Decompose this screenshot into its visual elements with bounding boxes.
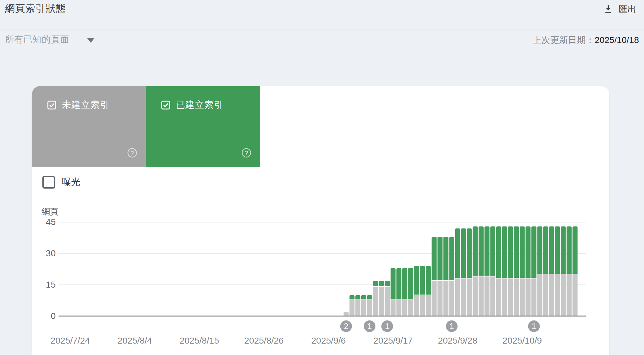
bar-indexed-2025/9/22[interactable]	[420, 266, 425, 295]
bar-indexed-2025/10/3[interactable]	[485, 227, 490, 276]
bar-indexed-2025/9/11[interactable]	[355, 295, 360, 299]
bar-not-indexed-2025/9/11[interactable]	[355, 299, 360, 316]
bar-not-indexed-2025/10/9[interactable]	[520, 278, 525, 316]
bar-not-indexed-2025/10/4[interactable]	[490, 277, 495, 316]
bar-not-indexed-2025/9/13[interactable]	[367, 299, 372, 316]
annotation-badge-count: 1	[367, 322, 372, 331]
bar-indexed-2025/10/8[interactable]	[514, 227, 519, 278]
bar-not-indexed-2025/9/25[interactable]	[437, 281, 443, 316]
bar-not-indexed-2025/10/1[interactable]	[473, 277, 478, 316]
bar-indexed-2025/9/17[interactable]	[391, 268, 396, 299]
bar-indexed-2025/10/9[interactable]	[520, 227, 525, 278]
page-title: 網頁索引狀態	[5, 2, 66, 15]
bar-indexed-2025/10/5[interactable]	[496, 227, 501, 278]
bar-not-indexed-2025/9/21[interactable]	[414, 295, 419, 316]
bar-not-indexed-2025/10/15[interactable]	[555, 274, 560, 316]
bar-indexed-2025/9/12[interactable]	[361, 295, 366, 299]
bar-indexed-2025/9/29[interactable]	[461, 228, 466, 278]
bar-not-indexed-2025/10/5[interactable]	[496, 278, 501, 316]
help-icon[interactable]: ?	[241, 147, 252, 159]
bar-indexed-2025/9/20[interactable]	[408, 268, 413, 299]
last-updated: 上次更新日期：2025/10/18	[533, 34, 639, 46]
bar-not-indexed-2025/9/23[interactable]	[426, 295, 431, 316]
bar-indexed-2025/9/19[interactable]	[402, 268, 407, 299]
bar-indexed-2025/10/1[interactable]	[473, 227, 478, 276]
bar-indexed-2025/9/30[interactable]	[467, 228, 472, 278]
bar-not-indexed-2025/10/14[interactable]	[549, 274, 554, 316]
bar-not-indexed-2025/9/27[interactable]	[449, 281, 454, 316]
impressions-checkbox[interactable]	[42, 176, 55, 189]
bar-not-indexed-2025/9/17[interactable]	[391, 299, 396, 316]
bar-indexed-2025/9/28[interactable]	[455, 228, 460, 278]
bar-indexed-2025/10/12[interactable]	[537, 227, 542, 274]
bar-indexed-2025/10/14[interactable]	[549, 227, 554, 274]
bar-not-indexed-2025/9/29[interactable]	[461, 278, 466, 316]
bar-not-indexed-2025/9/15[interactable]	[379, 287, 384, 316]
bar-indexed-2025/10/6[interactable]	[502, 227, 507, 278]
bar-indexed-2025/9/15[interactable]	[379, 281, 384, 286]
bar-not-indexed-2025/9/9[interactable]	[344, 312, 349, 316]
bar-not-indexed-2025/9/28[interactable]	[455, 278, 460, 316]
bar-indexed-2025/10/7[interactable]	[508, 227, 513, 278]
bar-not-indexed-2025/9/22[interactable]	[420, 295, 425, 316]
bar-indexed-2025/9/13[interactable]	[367, 295, 372, 299]
bar-not-indexed-2025/9/14[interactable]	[373, 287, 378, 316]
annotation-badge-count: 1	[532, 322, 536, 331]
bar-not-indexed-2025/9/26[interactable]	[443, 281, 449, 316]
bar-not-indexed-2025/9/16[interactable]	[385, 287, 390, 316]
bar-not-indexed-2025/9/10[interactable]	[350, 299, 355, 316]
bar-indexed-2025/9/21[interactable]	[414, 266, 419, 295]
bar-indexed-2025/10/10[interactable]	[526, 227, 531, 278]
bar-indexed-2025/10/2[interactable]	[479, 227, 484, 276]
last-updated-date: 2025/10/18	[595, 35, 639, 45]
bar-not-indexed-2025/10/13[interactable]	[543, 274, 548, 316]
header-divider	[0, 29, 644, 29]
bar-indexed-2025/10/11[interactable]	[531, 227, 536, 278]
page-filter-dropdown[interactable]: 所有已知的頁面	[5, 34, 95, 46]
bar-indexed-2025/9/14[interactable]	[373, 281, 378, 286]
bar-indexed-2025/9/26[interactable]	[443, 237, 449, 280]
bar-not-indexed-2025/9/18[interactable]	[396, 299, 401, 316]
bar-not-indexed-2025/10/6[interactable]	[502, 278, 507, 316]
bar-not-indexed-2025/9/24[interactable]	[432, 281, 437, 316]
export-button[interactable]: 匯出	[602, 1, 637, 17]
bar-not-indexed-2025/10/2[interactable]	[479, 277, 484, 316]
card-indexed[interactable]: 已建立索引 23 ?	[146, 86, 260, 167]
export-label: 匯出	[619, 3, 636, 15]
bar-not-indexed-2025/9/12[interactable]	[361, 299, 366, 316]
svg-text:?: ?	[245, 150, 248, 156]
bar-not-indexed-2025/10/3[interactable]	[485, 277, 490, 316]
bar-not-indexed-2025/10/7[interactable]	[508, 278, 513, 316]
bar-indexed-2025/10/4[interactable]	[490, 227, 495, 276]
bar-indexed-2025/9/24[interactable]	[432, 237, 437, 280]
bar-not-indexed-2025/10/12[interactable]	[537, 274, 542, 316]
last-updated-label: 上次更新日期：	[533, 35, 595, 45]
bar-indexed-2025/9/10[interactable]	[350, 295, 355, 299]
bar-not-indexed-2025/10/10[interactable]	[526, 278, 531, 316]
chevron-down-icon	[87, 38, 95, 43]
bar-indexed-2025/9/27[interactable]	[449, 237, 454, 280]
bar-not-indexed-2025/10/11[interactable]	[531, 278, 536, 316]
bar-indexed-2025/10/15[interactable]	[555, 227, 560, 274]
bar-indexed-2025/9/23[interactable]	[426, 266, 431, 295]
bar-indexed-2025/9/18[interactable]	[396, 268, 401, 299]
bar-not-indexed-2025/10/17[interactable]	[567, 274, 572, 316]
bar-not-indexed-2025/9/19[interactable]	[402, 299, 407, 316]
bar-indexed-2025/9/25[interactable]	[437, 237, 443, 280]
impressions-toggle[interactable]: 曝光	[42, 176, 80, 189]
download-icon	[603, 4, 614, 15]
bar-indexed-2025/9/16[interactable]	[385, 281, 390, 286]
bar-not-indexed-2025/9/20[interactable]	[408, 299, 413, 316]
bar-indexed-2025/10/16[interactable]	[561, 227, 566, 274]
bar-not-indexed-2025/10/8[interactable]	[514, 278, 519, 316]
bar-not-indexed-2025/10/16[interactable]	[561, 274, 566, 316]
bar-indexed-2025/10/18[interactable]	[573, 227, 578, 274]
bar-not-indexed-2025/10/18[interactable]	[573, 274, 578, 316]
bar-not-indexed-2025/9/30[interactable]	[467, 278, 472, 316]
card-not-indexed[interactable]: 未建立索引 20 3 個原因 ?	[32, 86, 146, 167]
bar-indexed-2025/10/17[interactable]	[567, 227, 572, 274]
annotation-badge-count: 1	[449, 322, 454, 331]
bar-indexed-2025/10/13[interactable]	[543, 227, 548, 274]
help-icon[interactable]: ?	[127, 147, 138, 159]
card-indexed-label: 已建立索引	[176, 99, 223, 111]
